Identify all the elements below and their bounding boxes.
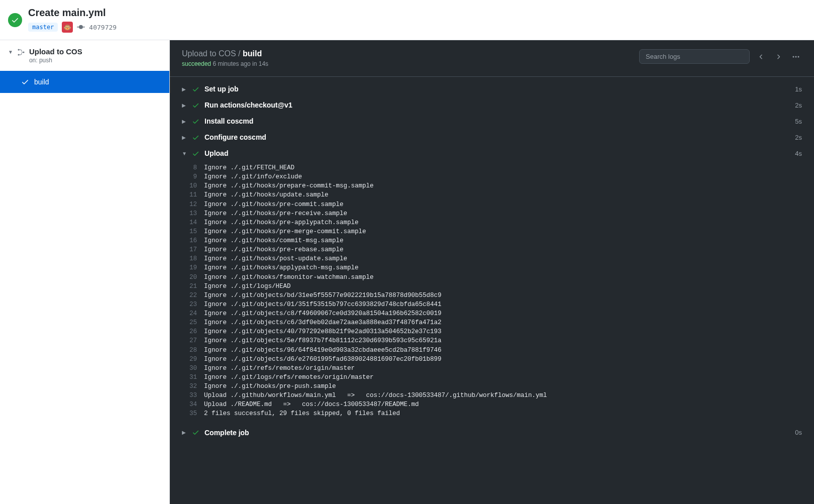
svg-point-5 [798, 56, 799, 57]
line-text: Ignore ./.git/info/exclude [204, 172, 302, 181]
line-number: 20 [182, 273, 204, 282]
line-number: 25 [182, 318, 204, 327]
line-number: 29 [182, 355, 204, 364]
sidebar-job-build[interactable]: build [0, 71, 169, 93]
step-row[interactable]: ▶Configure coscmd2s [170, 129, 814, 145]
chevron-right-icon[interactable]: ▶ [182, 135, 187, 140]
workflow-header[interactable]: ▼ Upload to COS on: push [0, 40, 169, 71]
kebab-menu-icon[interactable] [790, 51, 802, 63]
step-row[interactable]: ▶Set up job1s [170, 81, 814, 97]
log-line: 16Ignore ./.git/hooks/commit-msg.sample [170, 236, 814, 245]
search-input[interactable] [639, 49, 750, 64]
log-line: 29Ignore ./.git/objects/d6/e27601995fad6… [170, 355, 814, 364]
step-duration: 4s [795, 150, 802, 157]
line-number: 34 [182, 400, 204, 409]
run-status-success-icon [8, 13, 22, 27]
step-name: Configure coscmd [205, 133, 790, 141]
commit-sha[interactable]: 4079729 [89, 24, 117, 31]
log-line: 27Ignore ./.git/objects/5e/f8937b7f4b811… [170, 336, 814, 345]
log-line: 15Ignore ./.git/hooks/pre-merge-commit.s… [170, 227, 814, 236]
branch-badge[interactable]: master [28, 23, 58, 32]
line-number: 31 [182, 373, 204, 382]
check-icon [192, 429, 199, 436]
line-number: 23 [182, 300, 204, 309]
chevron-right-icon[interactable]: ▶ [182, 119, 187, 124]
chevron-right-icon[interactable]: ▶ [182, 86, 187, 92]
line-text: Ignore ./.git/refs/remotes/origin/master [204, 364, 355, 373]
log-line: 24Ignore ./.git/objects/c8/f49609067ce0d… [170, 309, 814, 318]
job-name: build [34, 78, 49, 86]
check-icon [192, 150, 199, 157]
check-icon [21, 78, 29, 86]
workflow-tree-icon [17, 48, 25, 58]
line-text: Ignore ./.git/hooks/pre-receive.sample [204, 209, 347, 218]
line-number: 15 [182, 227, 204, 236]
line-text: Ignore ./.git/hooks/pre-applypatch.sampl… [204, 218, 359, 227]
chevron-down-icon[interactable]: ▼ [8, 49, 13, 55]
log-line: 13Ignore ./.git/hooks/pre-receive.sample [170, 209, 814, 218]
step-row[interactable]: ▶Install coscmd5s [170, 113, 814, 129]
line-text: Ignore ./.git/objects/c6/3df0eb02dae72aa… [204, 318, 442, 327]
line-number: 16 [182, 236, 204, 245]
page-header: Create main.yml master 🐵 4079729 [0, 0, 814, 40]
status-line: succeeded 6 minutes ago in 14s [182, 60, 268, 67]
chevron-down-icon[interactable]: ▼ [182, 151, 187, 156]
log-line: 11Ignore ./.git/hooks/update.sample [170, 190, 814, 199]
log-line: 32Ignore ./.git/hooks/pre-push.sample [170, 382, 814, 391]
line-number: 17 [182, 245, 204, 254]
line-text: Ignore ./.git/hooks/prepare-commit-msg.s… [204, 181, 374, 190]
log-line: 25Ignore ./.git/objects/c6/3df0eb02dae72… [170, 318, 814, 327]
line-text: Ignore ./.git/hooks/pre-commit.sample [204, 200, 344, 209]
log-line: 12Ignore ./.git/hooks/pre-commit.sample [170, 200, 814, 209]
line-text: Ignore ./.git/logs/refs/remotes/origin/m… [204, 373, 374, 382]
step-row[interactable]: ▼Upload4s [170, 145, 814, 161]
log-panel: Upload to COS / build succeeded 6 minute… [170, 40, 814, 504]
chevron-right-icon[interactable]: ▶ [182, 103, 187, 108]
log-line: 17Ignore ./.git/hooks/pre-rebase.sample [170, 245, 814, 254]
step-name: Upload [205, 149, 790, 157]
breadcrumb: Upload to COS / build [182, 49, 268, 58]
line-number: 14 [182, 218, 204, 227]
line-text: Ignore ./.git/FETCH_HEAD [204, 163, 294, 172]
line-text: Ignore ./.git/hooks/commit-msg.sample [204, 236, 344, 245]
line-text: Upload ./.github/workflows/main.yml => c… [204, 391, 547, 400]
workflow-name: Upload to COS [29, 47, 82, 56]
log-line: 34Upload ./README.md => cos://docs-13005… [170, 400, 814, 409]
line-number: 33 [182, 391, 204, 400]
author-avatar[interactable]: 🐵 [62, 22, 73, 33]
line-number: 35 [182, 409, 204, 418]
line-number: 30 [182, 364, 204, 373]
log-line: 18Ignore ./.git/hooks/post-update.sample [170, 254, 814, 263]
log-line: 31Ignore ./.git/logs/refs/remotes/origin… [170, 373, 814, 382]
line-number: 13 [182, 209, 204, 218]
check-icon [192, 134, 199, 141]
log-line: 8Ignore ./.git/FETCH_HEAD [170, 163, 814, 172]
line-number: 12 [182, 200, 204, 209]
line-text: Ignore ./.git/hooks/applypatch-msg.sampl… [204, 263, 359, 272]
line-number: 19 [182, 263, 204, 272]
log-line: 10Ignore ./.git/hooks/prepare-commit-msg… [170, 181, 814, 190]
line-number: 8 [182, 163, 204, 172]
log-line: 9Ignore ./.git/info/exclude [170, 172, 814, 181]
log-line: 19Ignore ./.git/hooks/applypatch-msg.sam… [170, 263, 814, 272]
line-text: Ignore ./.git/objects/d6/e27601995fad638… [204, 355, 442, 364]
check-icon [192, 85, 199, 93]
line-number: 27 [182, 336, 204, 345]
next-match-icon[interactable] [773, 51, 784, 62]
log-line: 28Ignore ./.git/objects/96/64f8419e0d903… [170, 346, 814, 355]
workflow-trigger: on: push [29, 57, 82, 64]
check-icon [192, 102, 199, 109]
step-duration: 1s [795, 85, 802, 93]
step-row[interactable]: ▶Run actions/checkout@v12s [170, 97, 814, 113]
line-text: Ignore ./.git/objects/c8/f49609067ce0d39… [204, 309, 442, 318]
chevron-right-icon[interactable]: ▶ [182, 430, 187, 435]
run-title: Create main.yml [28, 7, 117, 19]
step-duration: 0s [795, 429, 802, 436]
prev-match-icon[interactable] [756, 51, 767, 62]
step-row[interactable]: ▶Complete job0s [170, 425, 814, 441]
line-text: Ignore ./.git/hooks/pre-rebase.sample [204, 245, 344, 254]
commit-icon [77, 23, 85, 31]
log-line: 30Ignore ./.git/refs/remotes/origin/mast… [170, 364, 814, 373]
line-number: 21 [182, 282, 204, 291]
log-line: 352 files successful, 29 files skipped, … [170, 409, 814, 418]
